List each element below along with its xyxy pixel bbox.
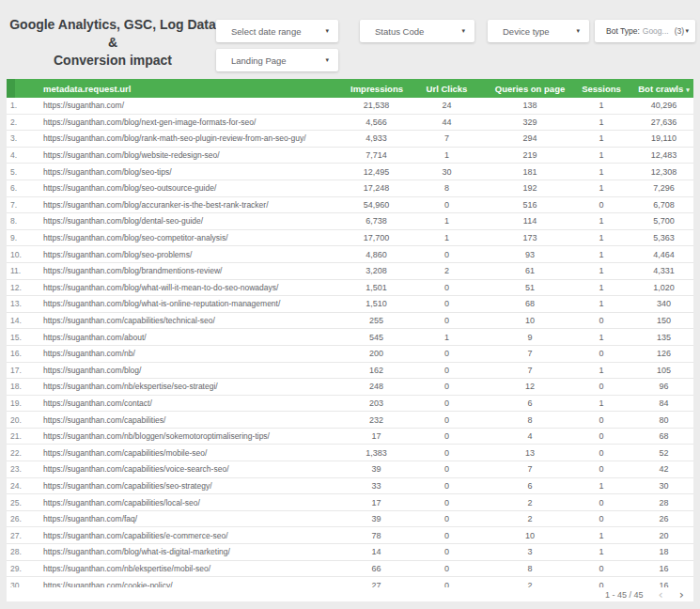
- row-impressions: 21,538: [350, 101, 402, 110]
- row-url: https://suganthan.com/blog/seo-outsource…: [38, 183, 350, 193]
- filter-landing-page[interactable]: Landing Page ▾: [216, 49, 338, 71]
- column-header-impressions[interactable]: Impressions: [350, 84, 402, 94]
- table-row: 24.https://suganthan.com/capabilities/se…: [7, 478, 693, 495]
- row-impressions: 3,208: [350, 266, 402, 275]
- row-url: https://suganthan.com/capabilities/seo-s…: [38, 481, 350, 491]
- row-queries: 93: [491, 250, 568, 259]
- column-header-url[interactable]: metadata.request.url: [38, 84, 350, 94]
- table-row: 18.https://suganthan.com/nb/ekspertise/s…: [7, 379, 693, 396]
- row-url: https://suganthan.com/blog/website-redes…: [38, 150, 350, 160]
- row-url: https://suganthan.com/nb/ekspertise/mobi…: [38, 564, 350, 573]
- column-header-url-clicks[interactable]: Url Clicks: [402, 84, 491, 94]
- row-sessions: 0: [568, 448, 634, 458]
- row-impressions: 78: [350, 531, 402, 540]
- row-url: https://suganthan.com/blog/what-will-it-…: [38, 283, 350, 292]
- row-url: https://suganthan.com/blog/dental-seo-gu…: [38, 216, 350, 226]
- row-queries: 181: [491, 167, 568, 177]
- row-url_clicks: 30: [402, 167, 491, 177]
- page-title-line2: Conversion impact: [8, 52, 218, 70]
- row-bot_crawls: 28: [634, 498, 693, 508]
- table-row: 15.https://suganthan.com/about/545191135: [7, 329, 693, 346]
- row-url_clicks: 0: [402, 316, 491, 325]
- row-sessions: 0: [568, 415, 634, 425]
- column-header-sessions[interactable]: Sessions: [568, 84, 634, 94]
- row-impressions: 203: [350, 398, 402, 408]
- filter-bot-type-count: (3): [669, 26, 684, 36]
- row-impressions: 1,510: [350, 299, 402, 308]
- row-index: 11.: [7, 266, 38, 275]
- table-row: 21.https://suganthan.com/nb/bloggen/soke…: [7, 429, 693, 445]
- row-sessions: 1: [568, 233, 634, 242]
- row-url_clicks: 0: [402, 200, 491, 210]
- table-row: 12.https://suganthan.com/blog/what-will-…: [7, 280, 693, 297]
- row-impressions: 39: [350, 464, 402, 474]
- row-bot_crawls: 84: [634, 398, 693, 408]
- row-impressions: 7,714: [350, 150, 402, 160]
- row-queries: 192: [491, 183, 568, 193]
- table-row: 11.https://suganthan.com/blog/brandmenti…: [7, 263, 693, 280]
- row-index: 7.: [7, 200, 38, 210]
- row-sessions: 0: [568, 349, 634, 358]
- table-row: 8.https://suganthan.com/blog/dental-seo-…: [7, 213, 693, 230]
- row-impressions: 255: [350, 316, 402, 325]
- row-impressions: 1,383: [350, 448, 402, 458]
- row-url: https://suganthan.com/nb/: [38, 349, 350, 358]
- table-row: 4.https://suganthan.com/blog/website-red…: [7, 148, 693, 164]
- row-index: 26.: [7, 514, 38, 523]
- filter-device-type-label: Device type: [488, 26, 550, 37]
- table-row: 9.https://suganthan.com/blog/seo-competi…: [7, 230, 693, 247]
- filter-device-type[interactable]: Device type ▾: [488, 20, 589, 42]
- row-queries: 138: [491, 101, 568, 110]
- filter-bot-type[interactable]: Bot Type: Goog... (3) ▾: [595, 20, 695, 42]
- table-row: 10.https://suganthan.com/blog/seo-proble…: [7, 246, 693, 263]
- row-bot_crawls: 4,331: [634, 266, 693, 275]
- row-impressions: 17,700: [350, 233, 402, 242]
- row-queries: 6: [491, 398, 568, 408]
- row-bot_crawls: 52: [634, 448, 693, 458]
- row-url: https://suganthan.com/blog/accuranker-is…: [38, 200, 350, 210]
- filter-status-code[interactable]: Status Code ▾: [360, 20, 474, 42]
- row-url: https://suganthan.com/blog/rank-math-seo…: [38, 133, 350, 143]
- filter-status-code-label: Status Code: [360, 26, 424, 37]
- row-url_clicks: 0: [402, 547, 491, 556]
- pagination-prev-icon[interactable]: ‹: [659, 590, 663, 600]
- row-queries: 8: [491, 415, 568, 425]
- row-sessions: 1: [568, 366, 634, 375]
- row-impressions: 17: [350, 431, 402, 441]
- page-title: Google Analytics, GSC, Log Data & Conver…: [8, 16, 218, 70]
- row-queries: 173: [491, 233, 568, 242]
- row-index: 2.: [7, 117, 38, 127]
- row-url_clicks: 2: [402, 266, 491, 275]
- row-index: 1.: [7, 101, 38, 110]
- row-bot_crawls: 126: [634, 349, 693, 358]
- row-index: 13.: [7, 299, 38, 308]
- row-bot_crawls: 19,110: [634, 133, 693, 143]
- row-index: 12.: [7, 283, 38, 292]
- table-row: 29.https://suganthan.com/nb/ekspertise/m…: [7, 561, 693, 578]
- row-bot_crawls: 96: [634, 382, 693, 391]
- column-header-queries[interactable]: Queries on page: [491, 84, 568, 94]
- pagination-next-icon[interactable]: ›: [679, 590, 684, 600]
- row-url_clicks: 1: [402, 233, 491, 242]
- row-bot_crawls: 5,700: [634, 216, 693, 226]
- column-header-bot-crawls[interactable]: Bot crawls▾: [634, 84, 693, 94]
- data-table: metadata.request.url Impressions Url Cli…: [7, 79, 693, 601]
- filter-date-range[interactable]: Select date range ▾: [216, 20, 338, 42]
- row-queries: 294: [491, 133, 568, 143]
- pagination-range: 1 - 45 / 45: [605, 590, 644, 600]
- row-index: 19.: [7, 398, 38, 408]
- row-bot_crawls: 12,308: [634, 167, 693, 177]
- table-row: 7.https://suganthan.com/blog/accuranker-…: [7, 197, 693, 214]
- row-impressions: 17: [350, 498, 402, 508]
- row-queries: 329: [491, 117, 568, 127]
- row-index: 8.: [7, 216, 38, 226]
- row-bot_crawls: 20: [634, 531, 693, 540]
- table-footer: 1 - 45 / 45 ‹ ›: [7, 587, 693, 601]
- row-sessions: 1: [568, 117, 634, 127]
- table-row: 27.https://suganthan.com/capabilities/e-…: [7, 527, 693, 544]
- row-sessions: 1: [568, 150, 634, 160]
- table-row: 22.https://suganthan.com/capabilities/mo…: [7, 445, 693, 461]
- row-url_clicks: 0: [402, 398, 491, 408]
- row-url: https://suganthan.com/blog/: [38, 366, 350, 375]
- row-url_clicks: 0: [402, 250, 491, 259]
